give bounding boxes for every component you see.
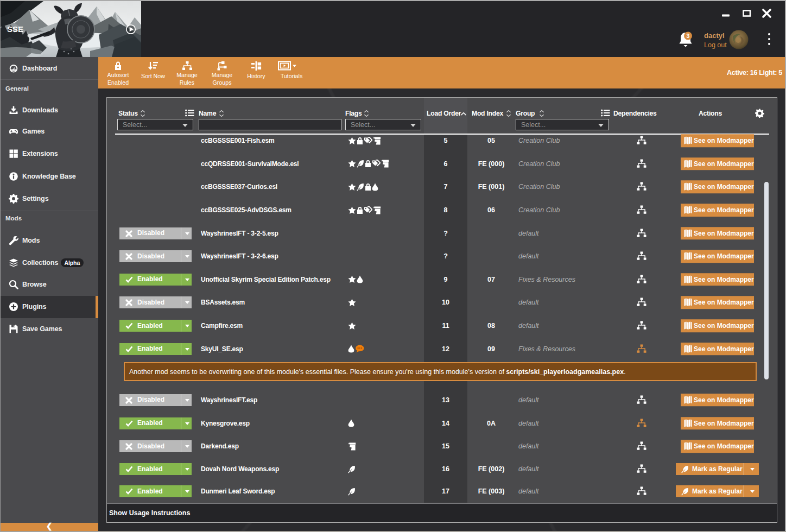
svg-text:3: 3 xyxy=(687,33,690,39)
svg-text:SSE: SSE xyxy=(7,24,23,34)
